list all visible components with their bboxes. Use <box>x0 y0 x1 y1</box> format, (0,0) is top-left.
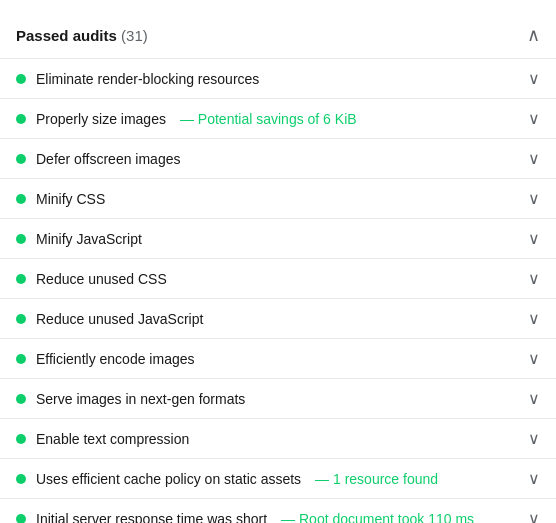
green-dot-icon <box>16 194 26 204</box>
chevron-down-icon[interactable]: ∨ <box>528 229 540 248</box>
list-item[interactable]: Properly size images— Potential savings … <box>0 99 556 139</box>
audit-note: — 1 resource found <box>315 471 438 487</box>
audit-item-left: Reduce unused JavaScript <box>16 311 520 327</box>
list-item[interactable]: Enable text compression∨ <box>0 419 556 459</box>
audit-label: Minify JavaScript <box>36 231 142 247</box>
audit-label: Reduce unused JavaScript <box>36 311 203 327</box>
audit-item-left: Minify JavaScript <box>16 231 520 247</box>
passed-audits-container: Passed audits (31) ∧ Eliminate render-bl… <box>0 0 556 523</box>
audit-label: Initial server response time was short <box>36 511 267 524</box>
green-dot-icon <box>16 354 26 364</box>
list-item[interactable]: Minify JavaScript∨ <box>0 219 556 259</box>
list-item[interactable]: Uses efficient cache policy on static as… <box>0 459 556 499</box>
passed-audits-title: Passed audits (31) <box>16 27 148 44</box>
chevron-down-icon[interactable]: ∨ <box>528 429 540 448</box>
chevron-down-icon[interactable]: ∨ <box>528 149 540 168</box>
green-dot-icon <box>16 154 26 164</box>
audit-label: Enable text compression <box>36 431 189 447</box>
chevron-down-icon[interactable]: ∨ <box>528 389 540 408</box>
passed-audits-header[interactable]: Passed audits (31) ∧ <box>0 16 556 59</box>
audit-label: Serve images in next-gen formats <box>36 391 245 407</box>
green-dot-icon <box>16 234 26 244</box>
audit-label: Uses efficient cache policy on static as… <box>36 471 301 487</box>
audit-label: Defer offscreen images <box>36 151 180 167</box>
chevron-down-icon[interactable]: ∨ <box>528 69 540 88</box>
audit-note: — Potential savings of 6 KiB <box>180 111 357 127</box>
green-dot-icon <box>16 474 26 484</box>
green-dot-icon <box>16 114 26 124</box>
chevron-down-icon[interactable]: ∨ <box>528 309 540 328</box>
green-dot-icon <box>16 74 26 84</box>
chevron-down-icon[interactable]: ∨ <box>528 189 540 208</box>
audit-label: Eliminate render-blocking resources <box>36 71 259 87</box>
list-item[interactable]: Initial server response time was short— … <box>0 499 556 523</box>
green-dot-icon <box>16 314 26 324</box>
list-item[interactable]: Defer offscreen images∨ <box>0 139 556 179</box>
header-count: (31) <box>121 27 148 44</box>
list-item[interactable]: Reduce unused CSS∨ <box>0 259 556 299</box>
green-dot-icon <box>16 394 26 404</box>
audit-item-left: Initial server response time was short— … <box>16 511 520 524</box>
audit-item-left: Efficiently encode images <box>16 351 520 367</box>
audit-label: Efficiently encode images <box>36 351 195 367</box>
list-item[interactable]: Reduce unused JavaScript∨ <box>0 299 556 339</box>
audit-item-left: Properly size images— Potential savings … <box>16 111 520 127</box>
list-item[interactable]: Minify CSS∨ <box>0 179 556 219</box>
audit-item-left: Reduce unused CSS <box>16 271 520 287</box>
header-title-text: Passed audits <box>16 27 117 44</box>
audit-item-left: Enable text compression <box>16 431 520 447</box>
audit-label: Reduce unused CSS <box>36 271 167 287</box>
audit-note: — Root document took 110 ms <box>281 511 474 524</box>
green-dot-icon <box>16 514 26 524</box>
green-dot-icon <box>16 434 26 444</box>
list-item[interactable]: Serve images in next-gen formats∨ <box>0 379 556 419</box>
list-item[interactable]: Efficiently encode images∨ <box>0 339 556 379</box>
chevron-down-icon[interactable]: ∨ <box>528 349 540 368</box>
chevron-down-icon[interactable]: ∨ <box>528 509 540 523</box>
audit-item-left: Minify CSS <box>16 191 520 207</box>
audit-item-left: Serve images in next-gen formats <box>16 391 520 407</box>
audit-item-left: Uses efficient cache policy on static as… <box>16 471 520 487</box>
audit-label: Minify CSS <box>36 191 105 207</box>
list-item[interactable]: Eliminate render-blocking resources∨ <box>0 59 556 99</box>
audit-item-left: Eliminate render-blocking resources <box>16 71 520 87</box>
collapse-icon[interactable]: ∧ <box>527 24 540 46</box>
green-dot-icon <box>16 274 26 284</box>
audit-label: Properly size images <box>36 111 166 127</box>
chevron-down-icon[interactable]: ∨ <box>528 269 540 288</box>
chevron-down-icon[interactable]: ∨ <box>528 109 540 128</box>
audit-list: Eliminate render-blocking resources∨Prop… <box>0 59 556 523</box>
chevron-down-icon[interactable]: ∨ <box>528 469 540 488</box>
audit-item-left: Defer offscreen images <box>16 151 520 167</box>
